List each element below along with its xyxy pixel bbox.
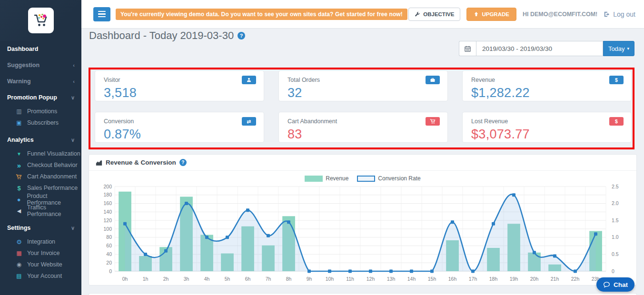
panel-header: Revenue & Conversion ?	[89, 155, 636, 171]
sidebar-item-label: Your Invoice	[27, 250, 59, 256]
sidebar-item-label: Traffics Performance	[27, 204, 81, 217]
sidebar-item-label: Settings	[7, 225, 30, 231]
today-label: Today	[608, 45, 625, 52]
topbar: You're currently viewing demo data. Do y…	[81, 0, 644, 29]
svg-text:100: 100	[103, 226, 112, 232]
sidebar-item-your-website[interactable]: ◉ Your Website	[0, 259, 81, 270]
svg-text:8h: 8h	[286, 276, 292, 282]
logout-link[interactable]: Log out	[604, 10, 635, 18]
sidebar-item-funnel-visualization[interactable]: ▼ Funnel Visualization	[0, 148, 81, 159]
sidebar-item-label: Promotion Popup	[7, 94, 57, 101]
sidebar-item-label: Warning	[7, 78, 31, 85]
stat-value: $1,282.22	[471, 86, 624, 100]
svg-text:1h: 1h	[143, 276, 149, 282]
sidebar-item-product-performance[interactable]: ● Product Performance	[0, 194, 81, 205]
logout-label: Log out	[613, 10, 635, 18]
sidebar-item-promotions[interactable]: ▥ Promotions	[0, 106, 81, 117]
calendar-addon[interactable]	[459, 41, 476, 56]
sidebar-item-label: Checkout Behavior	[27, 162, 78, 168]
logout-icon	[604, 11, 610, 18]
wrench-icon	[415, 11, 420, 17]
svg-text:5h: 5h	[225, 276, 230, 282]
sidebar-item-warning[interactable]: Warning ‹	[0, 73, 81, 89]
stat-value: 0.87%	[104, 127, 256, 142]
promotions-icon: ▥	[14, 108, 24, 115]
chevron-left-icon: ‹	[73, 79, 75, 84]
calendar-icon	[464, 45, 471, 52]
sidebar: Dashboard Suggestion ‹ Warning ‹ Promoti…	[0, 0, 81, 295]
cart-icon	[426, 117, 440, 126]
sidebar-item-dashboard[interactable]: Dashboard	[0, 41, 81, 57]
sidebar-item-suggestion[interactable]: Suggestion ‹	[0, 57, 81, 73]
sidebar-item-label: Dashboard	[7, 46, 38, 52]
hamburger-icon	[98, 11, 106, 12]
upgrade-button[interactable]: UPGRADE	[466, 8, 516, 21]
help-icon[interactable]: ?	[179, 159, 187, 166]
sidebar-item-label: Your Account	[27, 273, 62, 279]
stat-label: Cart Abandonment	[287, 117, 337, 125]
sidebar-item-your-invoice[interactable]: ▦ Your Invoice	[0, 247, 81, 259]
topbar-right: OBJECTIVE UPGRADE HI DEMO@ECOMFIT.COM! L…	[408, 8, 635, 21]
funnel-icon: ▼	[14, 151, 24, 157]
page-title: Dashboard - Today 2019-03-30	[89, 30, 234, 42]
user-greeting: HI DEMO@ECOMFIT.COM!	[523, 11, 597, 18]
cart-icon	[14, 174, 24, 180]
stat-label: Lost Revenue	[471, 117, 508, 125]
today-dropdown-button[interactable]: Today ▾	[603, 41, 634, 56]
chat-bubble-icon	[603, 281, 610, 288]
sidebar-item-cart-abandonment[interactable]: Cart Abandonment	[0, 171, 81, 182]
up-arrow-icon	[474, 11, 479, 17]
svg-text:20: 20	[106, 260, 112, 266]
chat-button[interactable]: Chat	[596, 277, 634, 292]
svg-text:0: 0	[109, 268, 112, 274]
sidebar-item-subscribers[interactable]: ▣ Subscribers	[0, 117, 81, 128]
area-chart-icon	[96, 159, 102, 166]
svg-text:120: 120	[103, 217, 112, 223]
chevron-down-icon: ∨	[71, 225, 75, 231]
objective-label: OBJECTIVE	[423, 11, 454, 17]
svg-text:2.0: 2.0	[612, 200, 619, 206]
help-icon[interactable]: ?	[238, 32, 245, 39]
sidebar-item-traffics-performance[interactable]: ◀ Traffics Performance	[0, 205, 81, 216]
menu-toggle-button[interactable]	[93, 7, 110, 21]
chart-legend: Revenue Conversion Rate	[89, 175, 636, 182]
subscribers-icon: ▣	[14, 119, 24, 126]
svg-text:0.5: 0.5	[612, 251, 619, 257]
gears-icon: ⚙	[14, 238, 24, 246]
svg-text:9h: 9h	[307, 276, 312, 282]
calculator-icon: ▦	[14, 250, 24, 256]
svg-text:12h: 12h	[367, 276, 375, 282]
stat-cards: Visitor 3,518 Total Orders 32 Revenue $ …	[95, 70, 632, 143]
legend-conversion-swatch	[357, 176, 375, 182]
sidebar-item-sales-performance[interactable]: $ Sales Performance	[0, 182, 81, 194]
svg-text:0: 0	[612, 268, 614, 274]
upgrade-label: UPGRADE	[482, 11, 509, 17]
sidebar-item-integration[interactable]: ⚙ Integration	[0, 236, 81, 247]
legend-conversion-rate[interactable]: Conversion Rate	[357, 175, 420, 182]
dollar-icon: $	[609, 76, 624, 84]
stat-label: Conversion	[104, 117, 134, 125]
svg-text:15h: 15h	[428, 276, 436, 282]
objective-button[interactable]: OBJECTIVE	[408, 8, 460, 21]
sidebar-item-promotion-popup[interactable]: Promotion Popup ∨	[0, 89, 81, 106]
sidebar-item-analytics[interactable]: Analytics ∨	[0, 132, 81, 148]
svg-text:180: 180	[103, 192, 112, 197]
legend-revenue[interactable]: Revenue	[305, 175, 348, 182]
stat-card-visitor: Visitor 3,518	[95, 70, 264, 101]
stat-value: 32	[287, 86, 440, 100]
svg-text:40: 40	[106, 251, 112, 257]
ecomfit-logo[interactable]	[28, 8, 54, 33]
legend-revenue-label: Revenue	[326, 175, 348, 182]
dollar-icon: $	[14, 185, 24, 192]
svg-text:13h: 13h	[387, 276, 396, 282]
date-range-input[interactable]	[476, 41, 603, 56]
sidebar-item-settings[interactable]: Settings ∨	[0, 220, 81, 236]
sidebar-item-checkout-behavior[interactable]: » Checkout Behavior	[0, 159, 81, 171]
svg-text:2.5: 2.5	[612, 184, 619, 189]
next-panel-edge	[89, 293, 637, 295]
stat-card-conversion: Conversion ⇄ 0.87%	[95, 112, 264, 143]
stat-label: Visitor	[104, 76, 120, 83]
sidebar-item-your-account[interactable]: ▤ Your Account	[0, 270, 81, 282]
svg-text:22h: 22h	[571, 276, 580, 282]
demo-data-banner[interactable]: You're currently viewing demo data. Do y…	[116, 9, 407, 20]
